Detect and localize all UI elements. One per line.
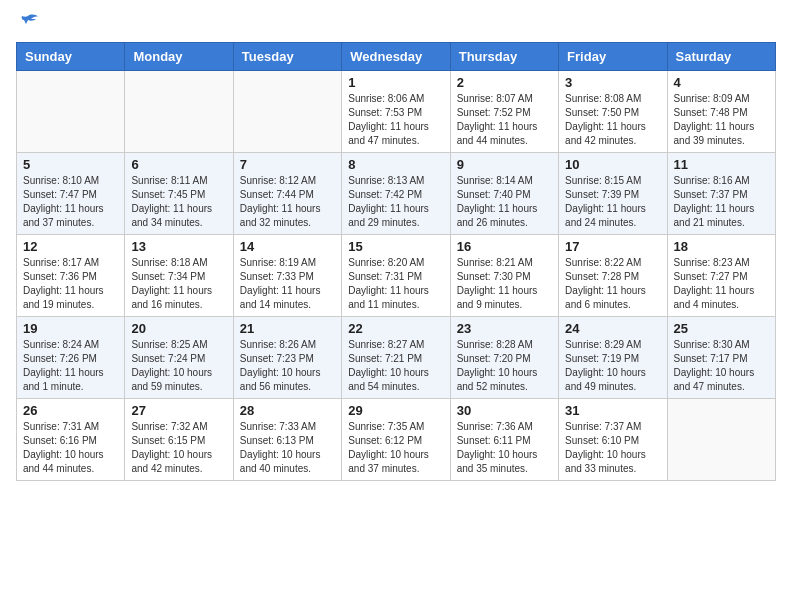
day-info: Sunrise: 8:10 AM Sunset: 7:47 PM Dayligh…: [23, 174, 118, 230]
day-number: 25: [674, 321, 769, 336]
calendar-cell: 25Sunrise: 8:30 AM Sunset: 7:17 PM Dayli…: [667, 317, 775, 399]
calendar-cell: 31Sunrise: 7:37 AM Sunset: 6:10 PM Dayli…: [559, 399, 667, 481]
calendar-cell: 24Sunrise: 8:29 AM Sunset: 7:19 PM Dayli…: [559, 317, 667, 399]
day-number: 29: [348, 403, 443, 418]
day-info: Sunrise: 7:33 AM Sunset: 6:13 PM Dayligh…: [240, 420, 335, 476]
calendar-cell: 2Sunrise: 8:07 AM Sunset: 7:52 PM Daylig…: [450, 71, 558, 153]
day-info: Sunrise: 8:20 AM Sunset: 7:31 PM Dayligh…: [348, 256, 443, 312]
calendar-cell: 21Sunrise: 8:26 AM Sunset: 7:23 PM Dayli…: [233, 317, 341, 399]
day-number: 2: [457, 75, 552, 90]
calendar-header-row: SundayMondayTuesdayWednesdayThursdayFrid…: [17, 43, 776, 71]
page-header: [16, 16, 776, 34]
day-info: Sunrise: 8:22 AM Sunset: 7:28 PM Dayligh…: [565, 256, 660, 312]
day-info: Sunrise: 7:32 AM Sunset: 6:15 PM Dayligh…: [131, 420, 226, 476]
calendar-cell: 28Sunrise: 7:33 AM Sunset: 6:13 PM Dayli…: [233, 399, 341, 481]
calendar-cell: 8Sunrise: 8:13 AM Sunset: 7:42 PM Daylig…: [342, 153, 450, 235]
day-number: 18: [674, 239, 769, 254]
calendar-cell: 11Sunrise: 8:16 AM Sunset: 7:37 PM Dayli…: [667, 153, 775, 235]
day-info: Sunrise: 8:07 AM Sunset: 7:52 PM Dayligh…: [457, 92, 552, 148]
day-info: Sunrise: 8:14 AM Sunset: 7:40 PM Dayligh…: [457, 174, 552, 230]
day-number: 16: [457, 239, 552, 254]
day-info: Sunrise: 8:09 AM Sunset: 7:48 PM Dayligh…: [674, 92, 769, 148]
day-number: 7: [240, 157, 335, 172]
day-number: 22: [348, 321, 443, 336]
day-info: Sunrise: 8:30 AM Sunset: 7:17 PM Dayligh…: [674, 338, 769, 394]
calendar-cell: 27Sunrise: 7:32 AM Sunset: 6:15 PM Dayli…: [125, 399, 233, 481]
day-info: Sunrise: 8:17 AM Sunset: 7:36 PM Dayligh…: [23, 256, 118, 312]
calendar-week-row: 12Sunrise: 8:17 AM Sunset: 7:36 PM Dayli…: [17, 235, 776, 317]
calendar-cell: 29Sunrise: 7:35 AM Sunset: 6:12 PM Dayli…: [342, 399, 450, 481]
day-info: Sunrise: 8:18 AM Sunset: 7:34 PM Dayligh…: [131, 256, 226, 312]
day-number: 1: [348, 75, 443, 90]
day-info: Sunrise: 8:13 AM Sunset: 7:42 PM Dayligh…: [348, 174, 443, 230]
day-info: Sunrise: 8:06 AM Sunset: 7:53 PM Dayligh…: [348, 92, 443, 148]
day-number: 30: [457, 403, 552, 418]
day-info: Sunrise: 8:12 AM Sunset: 7:44 PM Dayligh…: [240, 174, 335, 230]
weekday-header-thursday: Thursday: [450, 43, 558, 71]
calendar-cell: 19Sunrise: 8:24 AM Sunset: 7:26 PM Dayli…: [17, 317, 125, 399]
calendar-cell: 4Sunrise: 8:09 AM Sunset: 7:48 PM Daylig…: [667, 71, 775, 153]
day-number: 10: [565, 157, 660, 172]
calendar-cell: 10Sunrise: 8:15 AM Sunset: 7:39 PM Dayli…: [559, 153, 667, 235]
day-info: Sunrise: 8:27 AM Sunset: 7:21 PM Dayligh…: [348, 338, 443, 394]
calendar-cell: [17, 71, 125, 153]
calendar-cell: 22Sunrise: 8:27 AM Sunset: 7:21 PM Dayli…: [342, 317, 450, 399]
weekday-header-saturday: Saturday: [667, 43, 775, 71]
calendar-cell: [667, 399, 775, 481]
calendar-week-row: 5Sunrise: 8:10 AM Sunset: 7:47 PM Daylig…: [17, 153, 776, 235]
day-number: 17: [565, 239, 660, 254]
day-info: Sunrise: 8:11 AM Sunset: 7:45 PM Dayligh…: [131, 174, 226, 230]
day-info: Sunrise: 8:29 AM Sunset: 7:19 PM Dayligh…: [565, 338, 660, 394]
day-number: 28: [240, 403, 335, 418]
day-number: 6: [131, 157, 226, 172]
calendar-cell: 20Sunrise: 8:25 AM Sunset: 7:24 PM Dayli…: [125, 317, 233, 399]
calendar-cell: 9Sunrise: 8:14 AM Sunset: 7:40 PM Daylig…: [450, 153, 558, 235]
calendar-cell: 1Sunrise: 8:06 AM Sunset: 7:53 PM Daylig…: [342, 71, 450, 153]
day-number: 12: [23, 239, 118, 254]
day-info: Sunrise: 8:26 AM Sunset: 7:23 PM Dayligh…: [240, 338, 335, 394]
day-number: 27: [131, 403, 226, 418]
day-info: Sunrise: 8:15 AM Sunset: 7:39 PM Dayligh…: [565, 174, 660, 230]
day-number: 15: [348, 239, 443, 254]
day-info: Sunrise: 8:24 AM Sunset: 7:26 PM Dayligh…: [23, 338, 118, 394]
day-info: Sunrise: 8:25 AM Sunset: 7:24 PM Dayligh…: [131, 338, 226, 394]
calendar-week-row: 26Sunrise: 7:31 AM Sunset: 6:16 PM Dayli…: [17, 399, 776, 481]
calendar-cell: 7Sunrise: 8:12 AM Sunset: 7:44 PM Daylig…: [233, 153, 341, 235]
day-info: Sunrise: 8:28 AM Sunset: 7:20 PM Dayligh…: [457, 338, 552, 394]
day-number: 19: [23, 321, 118, 336]
day-number: 11: [674, 157, 769, 172]
calendar-table: SundayMondayTuesdayWednesdayThursdayFrid…: [16, 42, 776, 481]
day-number: 21: [240, 321, 335, 336]
calendar-cell: 30Sunrise: 7:36 AM Sunset: 6:11 PM Dayli…: [450, 399, 558, 481]
calendar-cell: 23Sunrise: 8:28 AM Sunset: 7:20 PM Dayli…: [450, 317, 558, 399]
calendar-week-row: 1Sunrise: 8:06 AM Sunset: 7:53 PM Daylig…: [17, 71, 776, 153]
calendar-cell: 18Sunrise: 8:23 AM Sunset: 7:27 PM Dayli…: [667, 235, 775, 317]
calendar-cell: 17Sunrise: 8:22 AM Sunset: 7:28 PM Dayli…: [559, 235, 667, 317]
calendar-cell: 16Sunrise: 8:21 AM Sunset: 7:30 PM Dayli…: [450, 235, 558, 317]
day-number: 13: [131, 239, 226, 254]
day-info: Sunrise: 8:23 AM Sunset: 7:27 PM Dayligh…: [674, 256, 769, 312]
day-number: 20: [131, 321, 226, 336]
day-number: 14: [240, 239, 335, 254]
day-info: Sunrise: 7:35 AM Sunset: 6:12 PM Dayligh…: [348, 420, 443, 476]
day-info: Sunrise: 8:21 AM Sunset: 7:30 PM Dayligh…: [457, 256, 552, 312]
day-info: Sunrise: 7:37 AM Sunset: 6:10 PM Dayligh…: [565, 420, 660, 476]
calendar-cell: 14Sunrise: 8:19 AM Sunset: 7:33 PM Dayli…: [233, 235, 341, 317]
day-number: 3: [565, 75, 660, 90]
calendar-cell: [233, 71, 341, 153]
calendar-cell: 6Sunrise: 8:11 AM Sunset: 7:45 PM Daylig…: [125, 153, 233, 235]
calendar-cell: [125, 71, 233, 153]
day-number: 24: [565, 321, 660, 336]
day-info: Sunrise: 8:08 AM Sunset: 7:50 PM Dayligh…: [565, 92, 660, 148]
calendar-cell: 5Sunrise: 8:10 AM Sunset: 7:47 PM Daylig…: [17, 153, 125, 235]
weekday-header-friday: Friday: [559, 43, 667, 71]
weekday-header-monday: Monday: [125, 43, 233, 71]
calendar-cell: 15Sunrise: 8:20 AM Sunset: 7:31 PM Dayli…: [342, 235, 450, 317]
logo-bird-icon: [18, 12, 40, 34]
logo: [16, 16, 40, 34]
day-info: Sunrise: 8:19 AM Sunset: 7:33 PM Dayligh…: [240, 256, 335, 312]
day-info: Sunrise: 7:36 AM Sunset: 6:11 PM Dayligh…: [457, 420, 552, 476]
day-number: 5: [23, 157, 118, 172]
day-number: 9: [457, 157, 552, 172]
day-number: 31: [565, 403, 660, 418]
